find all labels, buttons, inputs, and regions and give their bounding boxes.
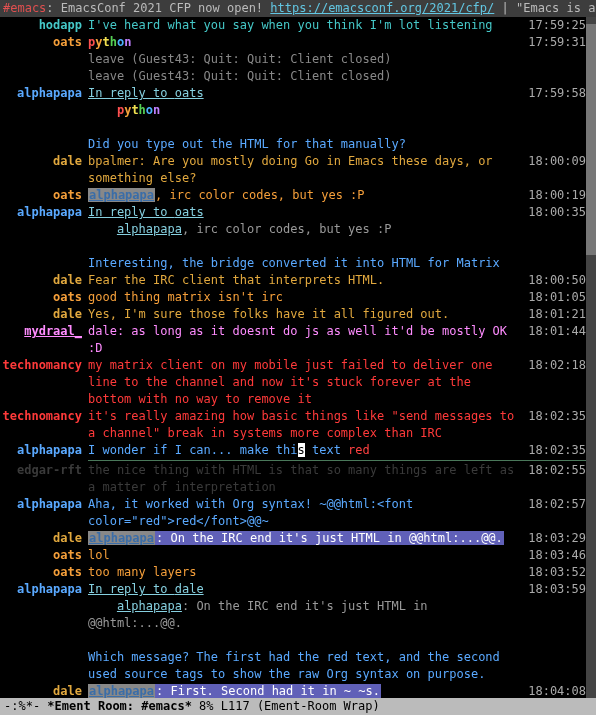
system-row: leave (Guest43: Quit: Quit: Client close…	[0, 68, 586, 85]
spacer	[0, 119, 586, 136]
message-text: In reply to dale	[88, 581, 516, 598]
message-text: alphapapa: On the IRC end it's just HTML…	[88, 598, 516, 632]
topic-text: : EmacsConf 2021 CFP now open!	[46, 1, 270, 15]
channel-name: #emacs	[3, 1, 46, 15]
timestamp: 18:03:46	[516, 547, 586, 564]
reply-link[interactable]: In reply to	[88, 582, 175, 596]
message-row: python	[0, 102, 586, 119]
cursor: s	[298, 443, 305, 457]
message-row: technomancy my matrix client on my mobil…	[0, 357, 586, 408]
message-row: alphapapa: On the IRC end it's just HTML…	[0, 598, 586, 632]
message-text: Aha, it worked with Org syntax! ~@@html:…	[88, 496, 516, 530]
message-row: alphapapa Aha, it worked with Org syntax…	[0, 496, 586, 530]
message-row: oats python 17:59:31	[0, 34, 586, 51]
message-text: Yes, I'm sure those folks have it all fi…	[88, 306, 516, 323]
message-row: dale bpalmer: Are you mostly doing Go in…	[0, 153, 586, 187]
timestamp: 18:00:50	[516, 272, 586, 289]
message-text: Interesting, the bridge converted it int…	[88, 255, 516, 272]
nick: edgar-rft	[0, 462, 88, 479]
reply-link[interactable]: In reply to	[88, 205, 175, 219]
message-row: edgar-rft the nice thing with HTML is th…	[0, 462, 586, 496]
nick: technomancy	[0, 357, 88, 374]
reply-nick[interactable]: oats	[175, 86, 204, 100]
message-text: In reply to oats	[88, 85, 516, 102]
timestamp: 18:00:35	[516, 204, 586, 221]
message-text: python	[88, 34, 516, 51]
mention-alphapapa[interactable]: alphapapa	[117, 222, 182, 236]
timestamp: 18:02:57	[516, 496, 586, 513]
timestamp: 18:02:35	[516, 408, 586, 425]
message-text: Which message? The first had the red tex…	[88, 649, 516, 683]
separator-line	[88, 460, 586, 461]
message-row: dale Yes, I'm sure those folks have it a…	[0, 306, 586, 323]
message-row: Did you type out the HTML for that manua…	[0, 136, 586, 153]
message-row: oats alphapapa, irc color codes, but yes…	[0, 187, 586, 204]
scrollbar[interactable]	[586, 17, 596, 698]
message-text: python	[88, 102, 516, 119]
timestamp: 18:03:29	[516, 530, 586, 547]
nick: dale	[0, 272, 88, 289]
nick: alphapapa	[0, 581, 88, 598]
message-row: dale Fear the IRC client that interprets…	[0, 272, 586, 289]
system-message: leave (Guest43: Quit: Quit: Client close…	[88, 51, 516, 68]
message-row: oats good thing matrix isn't irc 18:01:0…	[0, 289, 586, 306]
timestamp: 18:03:59	[516, 581, 586, 598]
timestamp: 17:59:31	[516, 34, 586, 51]
timestamp: 18:01:21	[516, 306, 586, 323]
message-text: bpalmer: Are you mostly doing Go in Emac…	[88, 153, 516, 187]
mention-alphapapa[interactable]: alphapapa	[88, 684, 155, 698]
mention-alphapapa[interactable]: alphapapa	[117, 599, 182, 613]
mention-alphapapa[interactable]: alphapapa	[88, 531, 155, 545]
reply-link[interactable]: In reply to	[88, 86, 175, 100]
timestamp: 18:04:08	[516, 683, 586, 698]
nick: alphapapa	[0, 85, 88, 102]
nick: dale	[0, 306, 88, 323]
timestamp: 18:02:35	[516, 442, 586, 459]
message-text: In reply to oats	[88, 204, 516, 221]
nick: hodapp	[0, 17, 88, 34]
topic-url[interactable]: https://emacsconf.org/2021/cfp/	[270, 1, 494, 15]
message-row: technomancy it's really amazing how basi…	[0, 408, 586, 442]
timestamp: 17:59:58	[516, 85, 586, 102]
message-row: oats too many layers 18:03:52	[0, 564, 586, 581]
scrollbar-thumb[interactable]	[586, 24, 596, 256]
reply-nick[interactable]: oats	[175, 205, 204, 219]
timestamp: 18:00:19	[516, 187, 586, 204]
nick: oats	[0, 289, 88, 306]
nick: oats	[0, 34, 88, 51]
nick: alphapapa	[0, 442, 88, 459]
mention-alphapapa[interactable]: alphapapa	[88, 188, 155, 202]
nick: alphapapa	[0, 496, 88, 513]
message-row: oats lol 18:03:46	[0, 547, 586, 564]
message-row: dale alphapapa: First. Second had it in …	[0, 683, 586, 698]
message-text: lol	[88, 547, 516, 564]
topic-bar: #emacs: EmacsConf 2021 CFP now open! htt…	[0, 0, 596, 17]
message-area[interactable]: hodapp I've heard what you say when you …	[0, 17, 586, 698]
message-row: dale alphapapa: On the IRC end it's just…	[0, 530, 586, 547]
message-text: it's really amazing how basic things lik…	[88, 408, 516, 442]
system-row: leave (Guest43: Quit: Quit: Client close…	[0, 51, 586, 68]
timestamp: 18:01:05	[516, 289, 586, 306]
message-text: good thing matrix isn't irc	[88, 289, 516, 306]
modeline-info: 8% L117 (Ement-Room Wrap)	[192, 699, 380, 713]
message-text: I've heard what you say when you think I…	[88, 17, 516, 34]
timestamp: 18:02:18	[516, 357, 586, 374]
message-text: my matrix client on my mobile just faile…	[88, 357, 516, 408]
nick: oats	[0, 564, 88, 581]
message-row: hodapp I've heard what you say when you …	[0, 17, 586, 34]
system-message: leave (Guest43: Quit: Quit: Client close…	[88, 68, 516, 85]
message-text: alphapapa, irc color codes, but yes :P	[88, 187, 516, 204]
message-row: Which message? The first had the red tex…	[0, 649, 586, 683]
message-text: Fear the IRC client that interprets HTML…	[88, 272, 516, 289]
buffer-name: *Ement Room: #emacs*	[47, 699, 192, 713]
reply-nick[interactable]: dale	[175, 582, 204, 596]
message-row: alphapapa In reply to dale 18:03:59	[0, 581, 586, 598]
message-text: I wonder if I can... make this text red	[88, 442, 516, 459]
message-text: alphapapa: First. Second had it in ~ ~s.	[88, 683, 516, 698]
nick: dale	[0, 683, 88, 698]
nick: dale	[0, 530, 88, 547]
message-text: dale: as long as it doesnt do js as well…	[88, 323, 516, 357]
timestamp: 17:59:25	[516, 17, 586, 34]
timestamp: 18:00:09	[516, 153, 586, 170]
timestamp: 18:03:52	[516, 564, 586, 581]
